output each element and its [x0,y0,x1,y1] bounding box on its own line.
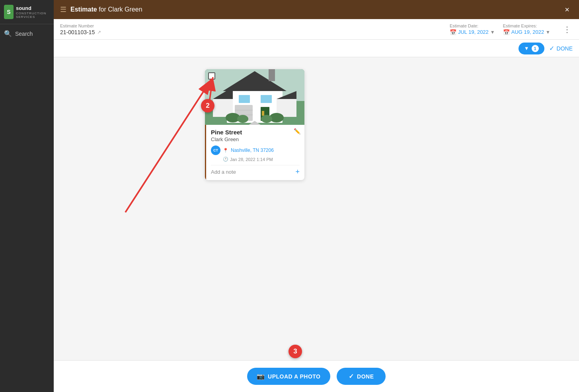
location-pin-icon: 📍 [223,148,228,153]
add-note-plus-icon[interactable]: + [295,168,300,176]
card-location: CT 📍 Nashville, TN 37206 [211,146,300,155]
svg-rect-16 [239,95,250,103]
add-note[interactable]: Add a note + [211,165,300,176]
card-checkbox[interactable] [208,72,215,80]
date-dropdown-icon[interactable]: ▼ [490,29,495,35]
main-header: ☰ Estimate for Clark Green × [54,0,579,19]
done-bottom-label: DONE [357,373,374,380]
filter-icon: ▼ [524,45,529,51]
card-title: Pine Street [211,129,300,136]
done-bottom-button[interactable]: ✓ DONE [337,368,386,385]
search-icon: 🔍 [4,30,12,37]
property-card-container: ✏️ Pine Street Clark Green CT 📍 Nashvill… [205,69,304,180]
estimate-expires-section: Estimate Expires: 📅 AUG 19, 2022 ▼ [503,23,550,35]
logo: S sound CONSTRUCTION SERVICES [0,0,54,24]
check-icon: ✓ [549,45,554,52]
property-card: ✏️ Pine Street Clark Green CT 📍 Nashvill… [205,69,304,180]
expires-dropdown-icon[interactable]: ▼ [546,29,550,35]
svg-point-20 [237,115,248,123]
svg-rect-18 [269,69,275,81]
step-2-bubble: 2 [201,99,214,113]
card-image [205,69,304,125]
svg-line-2 [125,79,212,212]
estimate-number-section: Estimate Number 21-001103-15 ↗ [60,23,450,35]
calendar-icon: 📅 [450,29,456,35]
estimate-expires-value[interactable]: 📅 AUG 19, 2022 ▼ [503,29,550,35]
done-button[interactable]: ✓ DONE [549,45,573,52]
search-button[interactable]: 🔍 Search [0,24,54,43]
done-check-icon: ✓ [349,373,354,380]
document-icon: ☰ [60,5,66,14]
filter-button[interactable]: ▼ 1 [519,43,544,54]
header-title: Estimate for Clark Green [70,6,142,13]
upload-photo-button[interactable]: 📷 UPLOAD A PHOTO [247,368,330,385]
estimate-date-section: Estimate Date: 📅 JUL 19, 2022 ▼ [450,23,495,35]
estimate-number-value: 21-001103-15 ↗ [60,29,450,35]
svg-rect-17 [261,95,272,103]
logo-text: sound CONSTRUCTION SERVICES [16,5,50,19]
filter-bar: ▼ 1 ✓ DONE [54,40,579,57]
calendar-expires-icon: 📅 [503,29,510,35]
clock-icon: 🕐 [223,157,228,162]
estimate-date-label: Estimate Date: [450,23,495,28]
card-body: Pine Street Clark Green CT 📍 Nashville, … [205,125,304,180]
search-label: Search [15,31,33,37]
svg-rect-15 [262,111,264,116]
close-button[interactable]: × [561,4,573,15]
more-options-button[interactable]: ⋮ [561,23,573,36]
estimate-number-label: Estimate Number [60,23,450,28]
avatar: CT [211,146,220,155]
step-3-bubble: 3 [289,345,302,358]
sub-header: Estimate Number 21-001103-15 ↗ Estimate … [54,19,579,40]
card-subtitle: Clark Green [211,136,300,142]
sidebar: S sound CONSTRUCTION SERVICES 🔍 Search [0,0,54,392]
estimate-expires-label: Estimate Expires: [503,23,550,28]
external-link-icon[interactable]: ↗ [97,29,101,35]
filter-badge: 1 [532,45,539,52]
estimate-date-value[interactable]: 📅 JUL 19, 2022 ▼ [450,29,495,35]
svg-point-22 [261,115,272,123]
edit-icon[interactable]: ✏️ [294,128,300,134]
bottom-bar: 3 📷 UPLOAD A PHOTO ✓ DONE [54,360,579,392]
annotation-arrow [54,57,579,392]
location-text[interactable]: Nashville, TN 37206 [231,147,274,153]
add-note-label: Add a note [211,169,236,175]
logo-icon: S [4,5,14,19]
card-timestamp: 🕐 Jan 28, 2022 1:14 PM [211,157,300,162]
upload-label: UPLOAD A PHOTO [268,373,321,380]
main-content: 2 [54,57,579,392]
camera-icon: 📷 [257,373,265,380]
